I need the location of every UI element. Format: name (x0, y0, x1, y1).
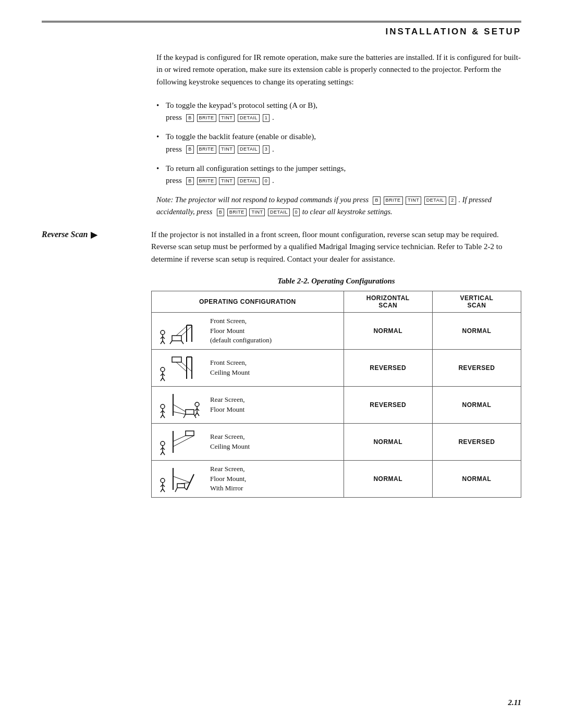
front-ceiling-icon (157, 353, 203, 383)
config-desc-1: Front Screen,Floor Mount(default configu… (210, 316, 272, 346)
svg-rect-20 (172, 357, 181, 362)
bullet-list: • To toggle the keypad’s protocol settin… (156, 100, 521, 187)
svg-line-19 (163, 378, 165, 381)
svg-rect-61 (177, 484, 185, 488)
note-key-tint-2: TINT (249, 208, 265, 217)
svg-line-34 (173, 404, 186, 412)
svg-point-54 (161, 478, 165, 483)
config-desc-4: Rear Screen,Ceiling Mount (210, 432, 250, 452)
config-icon-2 (157, 353, 204, 383)
th-hscan: HORIZONTALSCAN (344, 291, 432, 312)
hscan-3: REVERSED (344, 386, 432, 423)
key-detail-3: DETAIL (238, 177, 260, 186)
vscan-4: REVERSED (432, 423, 521, 460)
key-detail-2: DETAIL (238, 145, 260, 154)
config-table: Operating Configuration HORIZONTALSCAN V… (151, 291, 521, 498)
note-section: Note: The projector will not respond to … (156, 194, 521, 217)
table-row: Rear Screen,Floor Mount REVERSED NORMAL (152, 386, 521, 423)
reverse-scan-label: Reverse Scan ▶ (42, 229, 151, 265)
config-icon-4 (157, 427, 204, 457)
page-header: Installation & Setup (42, 21, 521, 37)
th-config: Operating Configuration (152, 291, 344, 312)
bullet-dot-3: • (156, 163, 166, 187)
key-b-1: B (186, 114, 194, 122)
bullet-dot-1: • (156, 100, 166, 124)
key-tint-3: TINT (219, 177, 235, 186)
key-1-1: 1 (263, 114, 270, 122)
key-b-2: B (186, 145, 194, 154)
bullet-text-1: To toggle the keypad’s protocol setting … (166, 100, 317, 124)
hscan-2: REVERSED (344, 349, 432, 386)
svg-line-62 (187, 474, 194, 490)
svg-line-21 (176, 362, 187, 372)
page-number: 2.11 (508, 698, 521, 707)
svg-line-13 (181, 341, 183, 344)
svg-line-4 (161, 341, 163, 344)
svg-line-43 (197, 413, 199, 416)
vscan-1: NORMAL (432, 312, 521, 349)
hscan-5: NORMAL (344, 460, 432, 497)
svg-rect-51 (186, 431, 194, 436)
svg-line-36 (183, 414, 186, 418)
key-brite-3: BRITE (197, 177, 216, 186)
rear-floor-icon (157, 390, 203, 420)
config-cell-3: Rear Screen,Floor Mount (152, 386, 344, 423)
svg-point-26 (161, 404, 165, 409)
key-0-3: 0 (263, 177, 270, 186)
svg-point-44 (161, 441, 165, 446)
key-b-3: B (186, 177, 194, 186)
svg-line-30 (161, 415, 163, 418)
svg-rect-6 (172, 336, 181, 341)
svg-line-58 (161, 489, 163, 492)
bullet-text-3: To return all configuration settings to … (166, 163, 346, 187)
note-key-brite-1: BRITE (384, 196, 403, 205)
config-desc-5: Rear Screen,Floor Mount,With Mirror (210, 464, 246, 494)
hscan-1: NORMAL (344, 312, 432, 349)
config-icon-5 (157, 464, 204, 494)
svg-line-59 (163, 489, 165, 492)
svg-line-7 (176, 326, 187, 336)
key-3-2: 3 (263, 145, 270, 154)
table-row: Rear Screen,Floor Mount,With Mirror NORM… (152, 460, 521, 497)
note-key-detail-1: DETAIL (424, 196, 446, 205)
config-cell-2: Front Screen,Ceiling Mount (152, 349, 344, 386)
key-brite-1: BRITE (197, 114, 216, 122)
config-cell-1: Front Screen,Floor Mount(default configu… (152, 312, 344, 349)
table-row: Front Screen,Ceiling Mount REVERSED REVE… (152, 349, 521, 386)
svg-line-53 (173, 436, 194, 447)
rear-floor-mirror-icon (157, 464, 203, 494)
bullet-text-2: To toggle the backlit feature (enable or… (166, 131, 316, 155)
note-key-b-1: B (373, 196, 381, 205)
svg-line-66 (185, 488, 187, 490)
note-key-detail-2: DETAIL (268, 208, 290, 217)
note-key-b-2: B (217, 208, 225, 217)
svg-point-38 (195, 402, 199, 406)
note-key-tint-1: TINT (406, 196, 421, 205)
vscan-5: NORMAL (432, 460, 521, 497)
key-tint-2: TINT (219, 145, 235, 154)
key-tint-1: TINT (219, 114, 235, 122)
hscan-4: NORMAL (344, 423, 432, 460)
svg-rect-33 (186, 410, 194, 414)
vscan-3: NORMAL (432, 386, 521, 423)
reverse-scan-section: Reverse Scan ▶ If the projector is not i… (42, 229, 521, 265)
svg-line-64 (173, 476, 190, 483)
svg-line-12 (170, 341, 172, 344)
note-key-2: 2 (449, 196, 456, 205)
svg-line-5 (163, 341, 165, 344)
table-row: Rear Screen,Ceiling Mount NORMAL REVERSE… (152, 423, 521, 460)
svg-line-63 (181, 483, 190, 484)
config-icon-3 (157, 390, 204, 420)
note-key-0: 0 (293, 208, 300, 217)
bullet-item-1: • To toggle the keypad’s protocol settin… (156, 100, 521, 124)
svg-point-0 (161, 330, 165, 335)
config-cell-5: Rear Screen,Floor Mount,With Mirror (152, 460, 344, 497)
bullet-item-2: • To toggle the backlit feature (enable … (156, 131, 521, 155)
svg-line-65 (175, 488, 177, 492)
key-brite-2: BRITE (197, 145, 216, 154)
bullet-dot-2: • (156, 131, 166, 155)
svg-point-14 (161, 367, 165, 372)
config-desc-2: Front Screen,Ceiling Mount (210, 358, 250, 378)
config-cell-4: Rear Screen,Ceiling Mount (152, 423, 344, 460)
intro-paragraph: If the keypad is configured for IR remot… (156, 52, 521, 88)
